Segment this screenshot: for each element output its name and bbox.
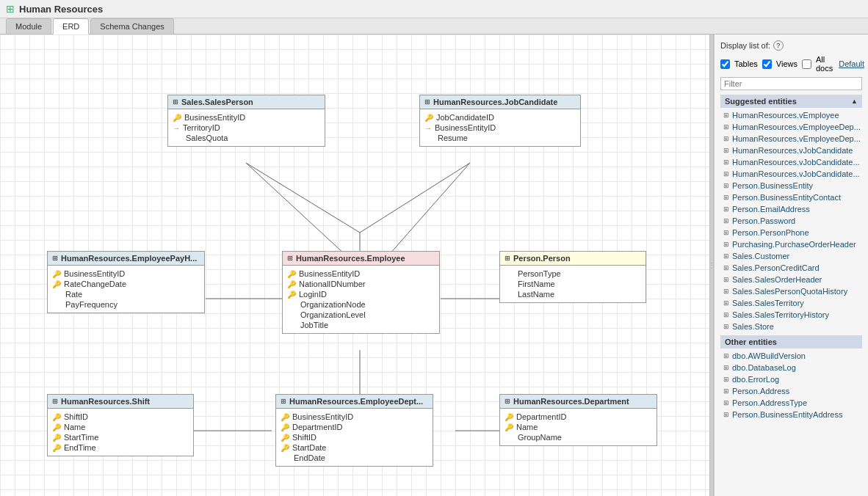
field-row: 🔑 Name xyxy=(52,422,189,432)
table-icon: ⊞ xyxy=(723,170,729,178)
entity-hr-employeedept[interactable]: ⊞ HumanResources.EmployeeDept... 🔑 Busin… xyxy=(275,394,433,467)
list-item[interactable]: ⊞HumanResources.vEmployeeDep... xyxy=(720,121,862,133)
entity-person-person[interactable]: ⊞ Person.Person PersonType FirstName Las… xyxy=(499,251,646,303)
list-item[interactable]: ⊞Person.BusinessEntityAddress xyxy=(720,409,862,420)
list-item[interactable]: ⊞Person.Address xyxy=(720,385,862,397)
field-row: GroupName xyxy=(504,432,652,442)
list-item[interactable]: ⊞Sales.Store xyxy=(720,321,862,332)
checkbox-tables[interactable] xyxy=(720,59,730,69)
entity-header-hr-employeepayh: ⊞ HumanResources.EmployeePayH... xyxy=(48,252,204,266)
table-icon: ⊞ xyxy=(723,241,729,248)
checkbox-views[interactable] xyxy=(762,59,772,69)
list-item[interactable]: ⊞Purchasing.PurchaseOrderHeader xyxy=(720,238,862,250)
list-item[interactable]: ⊞Sales.SalesTerritory xyxy=(720,297,862,309)
key-icon: 🔑 xyxy=(52,270,61,278)
key-icon: 🔑 xyxy=(173,114,181,122)
table-icon: ⊞ xyxy=(723,288,729,295)
key-icon: 🔑 xyxy=(504,423,513,431)
list-item[interactable]: ⊞HumanResources.vEmployeeDep... xyxy=(720,133,862,145)
table-icon: ⊞ xyxy=(173,98,178,106)
field-row: 🔑 ShiftID xyxy=(281,432,428,442)
table-icon: ⊞ xyxy=(723,229,729,236)
list-item[interactable]: ⊞Person.BusinessEntity xyxy=(720,180,862,192)
list-item[interactable]: ⊞HumanResources.vEmployee xyxy=(720,109,862,121)
svg-line-0 xyxy=(246,163,345,255)
field-row: OrganizationNode xyxy=(287,299,435,310)
entity-hr-employeepayh[interactable]: ⊞ HumanResources.EmployeePayH... 🔑 Busin… xyxy=(47,251,205,313)
list-item[interactable]: ⊞Person.Password xyxy=(720,215,862,227)
svg-line-8 xyxy=(360,163,470,233)
list-item[interactable]: ⊞Person.PersonPhone xyxy=(720,227,862,238)
entity-body-hr-department: 🔑 DepartmentID 🔑 Name GroupName xyxy=(500,409,657,445)
default-link[interactable]: Default xyxy=(839,59,864,68)
erd-canvas[interactable]: ⊞ Sales.SalesPerson 🔑 BusinessEntityID →… xyxy=(0,34,709,496)
fk-icon: → xyxy=(424,124,432,132)
entity-hr-jobcandidate[interactable]: ⊞ HumanResources.JobCandidate 🔑 JobCandi… xyxy=(419,95,581,147)
other-entities-header: Other entities xyxy=(720,335,862,349)
table-icon: ⊞ xyxy=(281,398,286,405)
collapse-icon[interactable]: ▲ xyxy=(851,98,858,105)
list-item[interactable]: ⊞HumanResources.vJobCandidate... xyxy=(720,168,862,180)
list-item[interactable]: ⊞Sales.SalesPersonQuotaHistory xyxy=(720,285,862,297)
entity-body-hr-shift: 🔑 ShiftID 🔑 Name 🔑 StartTime 🔑 EndTime xyxy=(48,409,193,456)
key-icon: 🔑 xyxy=(287,280,296,288)
tab-erd[interactable]: ERD xyxy=(53,18,89,34)
field-row: 🔑 BusinessEntityID xyxy=(281,412,428,422)
entity-header-sales-salesperson: ⊞ Sales.SalesPerson xyxy=(168,95,325,109)
field-row: 🔑 BusinessEntityID xyxy=(173,112,320,123)
table-icon: ⊞ xyxy=(723,182,729,189)
help-icon[interactable]: ? xyxy=(773,40,784,51)
key-icon: 🔑 xyxy=(287,270,296,278)
tab-schema-changes[interactable]: Schema Changes xyxy=(90,18,173,34)
label-tables: Tables xyxy=(734,59,758,68)
entity-body-hr-employeepayh: 🔑 BusinessEntityID 🔑 RateChangeDate Rate… xyxy=(48,266,204,313)
main-area: ⊞ Sales.SalesPerson 🔑 BusinessEntityID →… xyxy=(0,34,868,496)
entity-sales-salesperson[interactable]: ⊞ Sales.SalesPerson 🔑 BusinessEntityID →… xyxy=(167,95,325,147)
sidebar: Display list of: ? Tables Views All docs… xyxy=(714,34,868,496)
entity-hr-shift[interactable]: ⊞ HumanResources.Shift 🔑 ShiftID 🔑 Name … xyxy=(47,394,194,456)
key-icon: 🔑 xyxy=(281,413,289,421)
key-icon: 🔑 xyxy=(281,434,289,442)
list-item[interactable]: ⊞HumanResources.vJobCandidate... xyxy=(720,156,862,168)
field-row: 🔑 StartDate xyxy=(281,442,428,453)
app-icon: ⊞ xyxy=(6,3,15,15)
key-icon: 🔑 xyxy=(424,114,433,122)
list-item[interactable]: ⊞dbo.DatabaseLog xyxy=(720,362,862,373)
table-icon: ⊞ xyxy=(723,112,729,119)
entity-body-hr-employeedept: 🔑 BusinessEntityID 🔑 DepartmentID 🔑 Shif… xyxy=(276,409,433,466)
entity-body-sales-salesperson: 🔑 BusinessEntityID → TerritoryID SalesQu… xyxy=(168,109,325,146)
filter-input[interactable] xyxy=(720,77,862,90)
entity-hr-department[interactable]: ⊞ HumanResources.Department 🔑 Department… xyxy=(499,394,657,446)
entity-header-hr-jobcandidate: ⊞ HumanResources.JobCandidate xyxy=(420,95,580,109)
checkbox-alldocs[interactable] xyxy=(802,59,811,69)
list-item[interactable]: ⊞Person.BusinessEntityContact xyxy=(720,192,862,203)
list-item[interactable]: ⊞Person.AddressType xyxy=(720,397,862,409)
suggested-entities-list: ⊞HumanResources.vEmployee ⊞HumanResource… xyxy=(720,109,862,332)
key-icon: 🔑 xyxy=(281,423,289,431)
key-icon: 🔑 xyxy=(287,291,296,299)
sidebar-display-list-label: Display list of: ? xyxy=(720,40,862,51)
list-item[interactable]: ⊞Sales.Customer xyxy=(720,250,862,262)
tab-module[interactable]: Module xyxy=(6,18,51,34)
table-icon: ⊞ xyxy=(723,323,729,330)
list-item[interactable]: ⊞Person.EmailAddress xyxy=(720,203,862,215)
entity-body-hr-jobcandidate: 🔑 JobCandidateID → BusinessEntityID Resu… xyxy=(420,109,580,146)
table-icon: ⊞ xyxy=(723,364,729,371)
table-icon: ⊞ xyxy=(287,255,293,262)
table-icon: ⊞ xyxy=(723,399,729,406)
key-icon: 🔑 xyxy=(52,434,61,442)
list-item[interactable]: ⊞HumanResources.vJobCandidate xyxy=(720,145,862,156)
field-row: OrganizationLevel xyxy=(287,310,435,320)
table-icon: ⊞ xyxy=(504,398,510,405)
field-row: 🔑 DepartmentID xyxy=(504,412,652,422)
list-item[interactable]: ⊞Sales.PersonCreditCard xyxy=(720,262,862,274)
list-item[interactable]: ⊞Sales.SalesTerritoryHistory xyxy=(720,309,862,321)
entity-hr-employee[interactable]: ⊞ HumanResources.Employee 🔑 BusinessEnti… xyxy=(282,251,440,334)
tab-bar: Module ERD Schema Changes xyxy=(0,18,868,34)
list-item[interactable]: ⊞dbo.AWBuildVersion xyxy=(720,350,862,362)
list-item[interactable]: ⊞dbo.ErrorLog xyxy=(720,373,862,385)
table-icon: ⊞ xyxy=(723,147,729,154)
key-icon: 🔑 xyxy=(52,413,61,421)
list-item[interactable]: ⊞Sales.SalesOrderHeader xyxy=(720,274,862,285)
svg-line-1 xyxy=(389,163,470,255)
